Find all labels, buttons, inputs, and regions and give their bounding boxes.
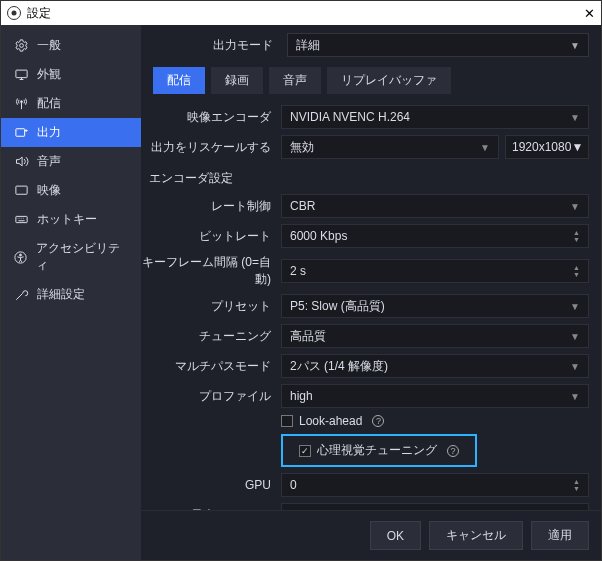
apply-button[interactable]: 適用 (531, 521, 589, 550)
antenna-icon (13, 96, 29, 112)
speaker-icon (13, 154, 29, 170)
svg-point-0 (19, 44, 23, 48)
spinner-icon[interactable]: ▲▼ (573, 265, 580, 278)
svg-point-7 (20, 254, 22, 256)
tuning-select[interactable]: 高品質▼ (281, 324, 589, 348)
settings-window: 設定 ✕ 一般 外観 配信 出力 音声 (0, 0, 602, 561)
psycho-visual-checkbox[interactable]: 心理視覚チューニング ? (299, 442, 459, 459)
bitrate-label: ビットレート (141, 228, 271, 245)
sidebar-item-accessibility[interactable]: アクセシビリティ (1, 234, 141, 280)
tuning-label: チューニング (141, 328, 271, 345)
tools-icon (13, 287, 29, 303)
bframes-input[interactable]: 2▲▼ (281, 503, 589, 510)
spinner-icon[interactable]: ▲▼ (573, 509, 580, 511)
output-tabs: 配信 録画 音声 リプレイバッファ (141, 63, 601, 102)
sidebar-item-label: 外観 (37, 66, 61, 83)
chevron-down-icon: ▼ (480, 142, 490, 153)
rate-control-label: レート制御 (141, 198, 271, 215)
close-icon[interactable]: ✕ (584, 6, 595, 21)
help-icon[interactable]: ? (372, 415, 384, 427)
video-encoder-label: 映像エンコーダ (141, 109, 271, 126)
encoder-settings-heading: エンコーダ設定 (141, 162, 595, 191)
monitor-icon (13, 67, 29, 83)
checkbox-icon (281, 415, 293, 427)
sidebar-item-hotkeys[interactable]: ホットキー (1, 205, 141, 234)
spinner-icon[interactable]: ▲▼ (573, 230, 580, 243)
highlighted-option: 心理視覚チューニング ? (281, 434, 477, 467)
main-panel: 出力モード 詳細▼ 配信 録画 音声 リプレイバッファ 映像エンコーダ NVID… (141, 25, 601, 560)
rescale-size-select[interactable]: 1920x1080▼ (505, 135, 589, 159)
tab-audio[interactable]: 音声 (269, 67, 321, 94)
svg-rect-1 (15, 70, 26, 78)
preset-select[interactable]: P5: Slow (高品質)▼ (281, 294, 589, 318)
chevron-down-icon: ▼ (570, 361, 580, 372)
lookahead-checkbox[interactable]: Look-ahead ? (281, 414, 384, 428)
gpu-label: GPU (141, 478, 271, 492)
spinner-icon[interactable]: ▲▼ (573, 479, 580, 492)
sidebar-item-audio[interactable]: 音声 (1, 147, 141, 176)
sidebar-item-stream[interactable]: 配信 (1, 89, 141, 118)
rescale-select[interactable]: 無効▼ (281, 135, 499, 159)
output-icon (13, 125, 29, 141)
sidebar-item-label: ホットキー (37, 211, 97, 228)
window-title: 設定 (27, 5, 51, 22)
sidebar-item-video[interactable]: 映像 (1, 176, 141, 205)
output-mode-select[interactable]: 詳細▼ (287, 33, 589, 57)
sidebar-item-advanced[interactable]: 詳細設定 (1, 280, 141, 309)
sidebar-item-output[interactable]: 出力 (1, 118, 141, 147)
sidebar-item-general[interactable]: 一般 (1, 31, 141, 60)
keyframe-label: キーフレーム間隔 (0=自動) (141, 254, 271, 288)
chevron-down-icon: ▼ (570, 112, 580, 123)
accessibility-icon (13, 249, 28, 265)
sidebar: 一般 外観 配信 出力 音声 映像 (1, 25, 141, 560)
app-icon (7, 6, 21, 20)
gear-icon (13, 38, 29, 54)
checkbox-checked-icon (299, 445, 311, 457)
rescale-label: 出力をリスケールする (141, 139, 271, 156)
keyboard-icon (13, 212, 29, 228)
profile-label: プロファイル (141, 388, 271, 405)
output-mode-label: 出力モード (153, 37, 273, 54)
tab-recording[interactable]: 録画 (211, 67, 263, 94)
gpu-input[interactable]: 0▲▼ (281, 473, 589, 497)
sidebar-item-appearance[interactable]: 外観 (1, 60, 141, 89)
rate-control-select[interactable]: CBR▼ (281, 194, 589, 218)
bitrate-input[interactable]: 6000 Kbps▲▼ (281, 224, 589, 248)
sidebar-item-label: 出力 (37, 124, 61, 141)
chevron-down-icon: ▼ (570, 391, 580, 402)
chevron-down-icon: ▼ (570, 301, 580, 312)
chevron-down-icon: ▼ (570, 331, 580, 342)
ok-button[interactable]: OK (370, 521, 421, 550)
video-encoder-select[interactable]: NVIDIA NVENC H.264▼ (281, 105, 589, 129)
multipass-label: マルチパスモード (141, 358, 271, 375)
sidebar-item-label: アクセシビリティ (36, 240, 129, 274)
tab-streaming[interactable]: 配信 (153, 67, 205, 94)
chevron-down-icon: ▼ (570, 201, 580, 212)
chevron-down-icon: ▼ (571, 140, 583, 154)
dialog-footer: OK キャンセル 適用 (141, 510, 601, 560)
settings-scroll[interactable]: 映像エンコーダ NVIDIA NVENC H.264▼ 出力をリスケールする 無… (141, 102, 601, 510)
keyframe-input[interactable]: 2 s▲▼ (281, 259, 589, 283)
tab-replay-buffer[interactable]: リプレイバッファ (327, 67, 451, 94)
profile-select[interactable]: high▼ (281, 384, 589, 408)
sidebar-item-label: 音声 (37, 153, 61, 170)
preset-label: プリセット (141, 298, 271, 315)
sidebar-item-label: 詳細設定 (37, 286, 85, 303)
sidebar-item-label: 一般 (37, 37, 61, 54)
sidebar-item-label: 映像 (37, 182, 61, 199)
chevron-down-icon: ▼ (570, 40, 580, 51)
help-icon[interactable]: ? (447, 445, 459, 457)
cancel-button[interactable]: キャンセル (429, 521, 523, 550)
svg-rect-4 (15, 186, 26, 194)
multipass-select[interactable]: 2パス (1/4 解像度)▼ (281, 354, 589, 378)
display-icon (13, 183, 29, 199)
sidebar-item-label: 配信 (37, 95, 61, 112)
titlebar: 設定 ✕ (1, 1, 601, 25)
svg-rect-3 (15, 129, 24, 137)
svg-rect-5 (15, 216, 26, 222)
